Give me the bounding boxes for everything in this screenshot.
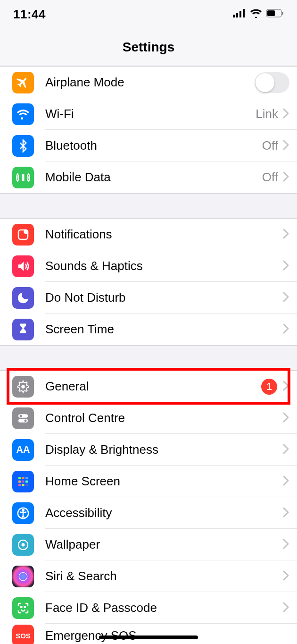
settings-list: Airplane Mode Wi-Fi Link Bluetooth Off <box>0 66 297 644</box>
svg-rect-22 <box>22 484 25 486</box>
control-centre-icon <box>12 407 34 429</box>
siri-icon <box>12 566 34 587</box>
home-indicator[interactable] <box>99 636 198 639</box>
svg-point-9 <box>25 230 28 234</box>
screen-time-label: Screen Time <box>45 322 283 337</box>
svg-rect-3 <box>243 9 245 17</box>
svg-point-14 <box>25 419 27 422</box>
svg-point-29 <box>21 606 22 608</box>
screen-time-row[interactable]: Screen Time <box>0 314 297 345</box>
dnd-row[interactable]: Do Not Disturb <box>0 282 297 314</box>
chevron-right-icon <box>283 108 289 120</box>
display-icon: AA <box>12 439 34 461</box>
svg-rect-5 <box>267 10 275 16</box>
chevron-right-icon <box>283 539 289 551</box>
svg-point-30 <box>25 606 26 608</box>
battery-icon <box>266 9 284 19</box>
notifications-icon <box>12 224 34 246</box>
svg-rect-19 <box>22 480 25 483</box>
wifi-row[interactable]: Wi-Fi Link <box>0 98 297 130</box>
svg-rect-17 <box>25 477 28 479</box>
chevron-right-icon <box>283 292 289 304</box>
airplane-mode-switch[interactable] <box>255 72 289 93</box>
control-centre-label: Control Centre <box>45 411 283 425</box>
notifications-row[interactable]: Notifications <box>0 219 297 250</box>
display-row[interactable]: AA Display & Brightness <box>0 434 297 466</box>
svg-rect-0 <box>233 15 235 17</box>
svg-point-25 <box>22 509 24 511</box>
svg-rect-23 <box>25 484 28 486</box>
mobile-data-value: Off <box>262 170 278 185</box>
sos-row[interactable]: SOS Emergency SOS <box>0 624 297 644</box>
cellular-icon <box>233 9 246 19</box>
svg-rect-2 <box>239 11 241 17</box>
chevron-right-icon <box>283 381 289 393</box>
chevron-right-icon <box>283 229 289 241</box>
bluetooth-icon <box>12 135 34 157</box>
accessibility-row[interactable]: Accessibility <box>0 497 297 529</box>
airplane-mode-label: Airplane Mode <box>45 75 255 90</box>
status-icons <box>233 8 284 20</box>
mobile-data-label: Mobile Data <box>45 170 262 185</box>
wifi-label: Wi-Fi <box>45 107 256 121</box>
svg-point-10 <box>21 385 25 389</box>
svg-point-12 <box>20 415 22 417</box>
status-bar: 11:44 <box>0 0 297 28</box>
svg-rect-6 <box>282 12 283 15</box>
faceid-row[interactable]: Face ID & Passcode <box>0 592 297 624</box>
chevron-right-icon <box>283 171 289 184</box>
bluetooth-value: Off <box>262 138 278 153</box>
mobile-data-icon <box>12 167 34 188</box>
general-icon <box>12 376 34 398</box>
chevron-right-icon <box>283 412 289 424</box>
chevron-right-icon <box>283 507 289 519</box>
system-group: General 1 Control Centre AA Display & Br… <box>0 370 297 644</box>
svg-rect-16 <box>22 477 25 479</box>
chevron-right-icon <box>283 475 289 488</box>
svg-rect-18 <box>18 480 21 483</box>
sounds-label: Sounds & Haptics <box>45 259 283 273</box>
accessibility-label: Accessibility <box>45 506 283 520</box>
chevron-right-icon <box>283 140 289 152</box>
alerts-group: Notifications Sounds & Haptics Do Not Di… <box>0 218 297 346</box>
chevron-right-icon <box>283 570 289 583</box>
general-row[interactable]: General 1 <box>0 371 297 402</box>
bluetooth-label: Bluetooth <box>45 138 262 153</box>
airplane-mode-row[interactable]: Airplane Mode <box>0 67 297 98</box>
home-screen-row[interactable]: Home Screen <box>0 466 297 497</box>
notifications-label: Notifications <box>45 227 283 242</box>
sounds-row[interactable]: Sounds & Haptics <box>0 250 297 282</box>
svg-rect-1 <box>236 13 238 17</box>
bluetooth-row[interactable]: Bluetooth Off <box>0 130 297 161</box>
screen-time-icon <box>12 319 34 340</box>
airplane-icon <box>12 72 34 93</box>
wallpaper-icon <box>12 534 34 556</box>
mobile-data-row[interactable]: Mobile Data Off <box>0 161 297 193</box>
chevron-right-icon <box>283 444 289 456</box>
page-header: Settings <box>0 28 297 66</box>
wifi-icon <box>250 8 262 20</box>
faceid-icon <box>12 597 34 619</box>
chevron-right-icon <box>283 602 289 614</box>
accessibility-icon <box>12 502 34 524</box>
svg-rect-20 <box>25 480 28 483</box>
display-label: Display & Brightness <box>45 442 283 457</box>
sounds-icon <box>12 255 34 277</box>
connectivity-group: Airplane Mode Wi-Fi Link Bluetooth Off <box>0 66 297 194</box>
svg-point-27 <box>22 543 25 546</box>
home-screen-icon <box>12 471 34 492</box>
svg-rect-21 <box>18 484 21 486</box>
sos-icon: SOS <box>12 625 34 644</box>
faceid-label: Face ID & Passcode <box>45 601 283 615</box>
wifi-settings-icon <box>12 103 34 125</box>
wifi-value: Link <box>256 107 278 121</box>
siri-row[interactable]: Siri & Search <box>0 560 297 592</box>
wallpaper-row[interactable]: Wallpaper <box>0 529 297 560</box>
control-centre-row[interactable]: Control Centre <box>0 402 297 434</box>
chevron-right-icon <box>283 323 289 336</box>
chevron-right-icon <box>283 260 289 272</box>
dnd-icon <box>12 287 34 309</box>
general-label: General <box>45 379 261 394</box>
status-time: 11:44 <box>13 7 46 22</box>
siri-label: Siri & Search <box>45 569 283 584</box>
